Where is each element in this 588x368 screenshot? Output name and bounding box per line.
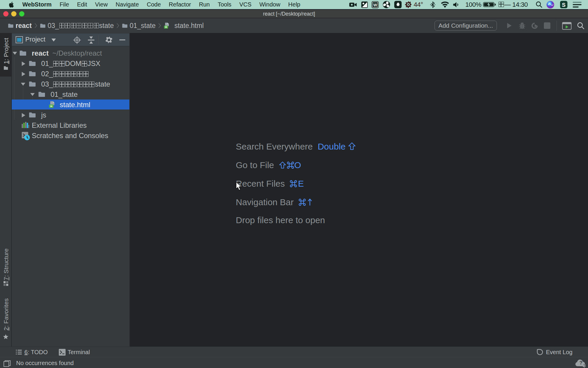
svg-text:H: H xyxy=(50,105,52,108)
svg-text:H: H xyxy=(165,26,167,29)
svg-text:S: S xyxy=(562,2,565,8)
svg-text:W: W xyxy=(373,3,377,7)
svg-text:?: ? xyxy=(579,360,582,366)
